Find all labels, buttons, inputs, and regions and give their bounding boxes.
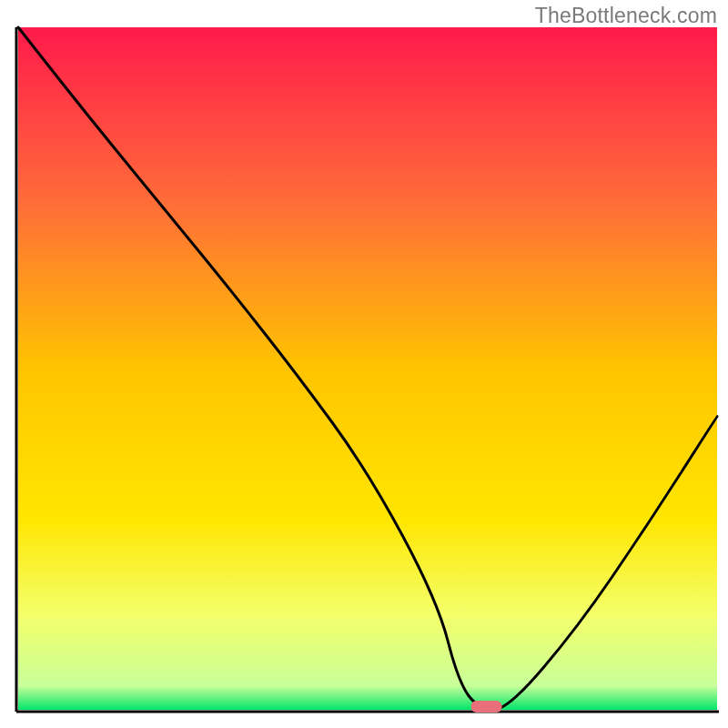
bottleneck-chart bbox=[0, 0, 728, 728]
chart-container: TheBottleneck.com bbox=[0, 0, 728, 728]
watermark: TheBottleneck.com bbox=[535, 4, 717, 28]
optimum-marker bbox=[471, 701, 502, 713]
plot-background bbox=[18, 27, 717, 710]
